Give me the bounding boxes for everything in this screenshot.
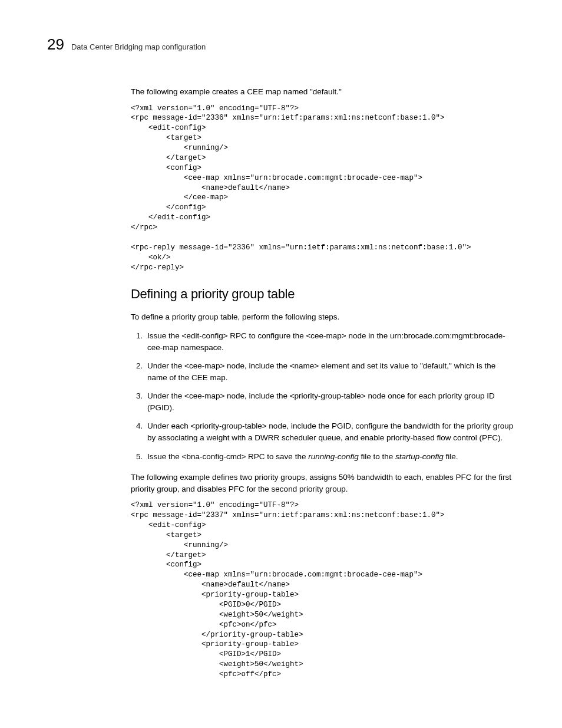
- page-number: 29: [47, 35, 64, 54]
- code-block-1: <?xml version="1.0" encoding="UTF-8"?> <…: [131, 104, 515, 273]
- page-header: 29 Data Center Bridging map configuratio…: [47, 35, 515, 54]
- step-5: Issue the <bna-config-cmd> RPC to save t…: [145, 451, 515, 463]
- section-heading: Defining a priority group table: [131, 286, 515, 302]
- example-intro: The following example defines two priori…: [131, 472, 515, 495]
- header-title: Data Center Bridging map configuration: [71, 42, 206, 51]
- step-5-italic-2: startup-config: [395, 452, 444, 461]
- step-4: Under each <priority-group-table> node, …: [145, 420, 515, 443]
- page-content: The following example creates a CEE map …: [131, 86, 515, 680]
- step-5-suffix: file.: [444, 452, 458, 461]
- step-5-prefix: Issue the <bna-config-cmd> RPC to save t…: [147, 452, 308, 461]
- code-block-2: <?xml version="1.0" encoding="UTF-8"?> <…: [131, 500, 515, 680]
- step-5-italic-1: running-config: [308, 452, 359, 461]
- step-3: Under the <cee-map> node, include the <p…: [145, 390, 515, 413]
- steps-list: Issue the <edit-config> RPC to configure…: [131, 330, 515, 462]
- step-2: Under the <cee-map> node, include the <n…: [145, 360, 515, 383]
- step-5-middle: file to the: [359, 452, 395, 461]
- intro-text: The following example creates a CEE map …: [131, 86, 515, 98]
- step-1: Issue the <edit-config> RPC to configure…: [145, 330, 515, 353]
- section-intro: To define a priority group table, perfor…: [131, 311, 515, 323]
